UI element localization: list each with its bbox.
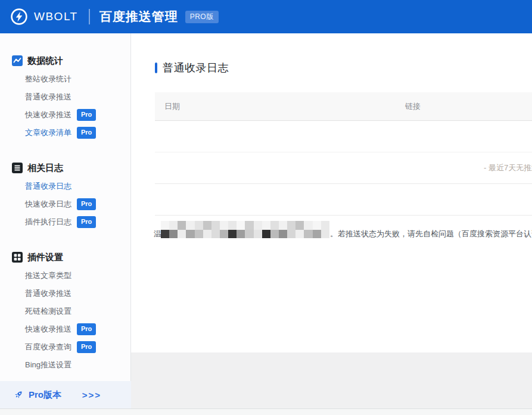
sidebar-item[interactable]: 快速收录日志Pro [0,195,130,213]
pro-badge: Pro [77,198,96,210]
chevrons-icon: >>> [82,390,101,400]
sidebar-section-title: 相关日志 [0,162,130,174]
sidebar-item[interactable]: 百度收录查询Pro [0,338,130,356]
sidebar-section-label: 数据统计 [27,55,63,67]
app-title: 百度推送管理 [99,8,178,25]
grid-icon [12,252,23,263]
table-header-row: 日期 链接 [155,92,532,121]
sidebar-item[interactable]: 死链检测设置 [0,302,130,320]
column-header-link: 链接 [405,101,421,112]
pro-version-badge: PRO版 [185,11,219,23]
table-body: - 最近7天无推送记录 - [155,121,532,216]
column-header-date: 日期 [155,101,180,112]
page-title: 普通收录日志 [163,61,229,75]
sidebar-item-label: 百度收录查询 [25,342,71,352]
sidebar-item[interactable]: 文章收录清单Pro [0,124,130,142]
sidebar-item-label: 普通收录推送 [25,288,71,299]
sidebar-item[interactable]: 整站收录统计 [0,70,130,88]
header-divider [89,9,90,24]
sidebar-item-label: 快速收录日志 [25,199,71,210]
log-icon [12,163,23,173]
section-heading: 普通收录日志 [155,61,229,74]
sidebar-item[interactable]: 普通收录推送 [0,285,130,302]
table-row [155,121,532,152]
sidebar-item-label: 普通收录日志 [25,181,71,192]
sidebar-section-title: 插件设置 [0,251,130,263]
sidebar-item[interactable]: 普通收录推送 [0,88,130,106]
footer-area [131,352,532,408]
title-accent-bar [155,63,157,73]
pro-version-label: Pro版本 [29,389,61,401]
bottom-strip [0,408,532,415]
sidebar-nav: 数据统计整站收录统计普通收录推送快速收录推送Pro文章收录清单Pro相关日志普通… [0,33,131,415]
sidebar-item-label: 快速收录推送 [25,324,71,335]
sidebar-item[interactable]: 推送文章类型 [0,267,130,285]
sidebar-section: 相关日志普通收录日志快速收录日志Pro插件执行日志Pro [0,162,130,231]
chart-icon [12,55,23,66]
sidebar-item[interactable]: Bing推送设置 [0,356,130,374]
log-table: 日期 链接 - 最近7天无推送记录 - [155,92,532,216]
baidu-push-admin-page: WBOLT 百度推送管理 PRO版 数据统计整站收录统计普通收录推送快速收录推送… [0,0,532,415]
sidebar-section-label: 插件设置 [27,252,63,263]
sidebar-item[interactable]: 快速收录推送Pro [0,320,130,338]
sidebar-item[interactable]: 插件执行日志Pro [0,213,130,231]
pro-badge: Pro [77,341,96,353]
sidebar-section: 数据统计整站收录统计普通收录推送快速收录推送Pro文章收录清单Pro [0,55,130,142]
sidebar-item-label: 推送文章类型 [25,270,71,281]
header-bar: WBOLT 百度推送管理 PRO版 [0,0,532,33]
sidebar-item[interactable]: 普通收录日志 [0,177,130,195]
sidebar-item-label: Bing推送设置 [25,360,71,370]
sidebar-item-label: 普通收录推送 [25,92,71,102]
sidebar-item-label: 插件执行日志 [25,217,71,227]
sidebar-item-label: 快速收录推送 [25,110,71,120]
pro-badge: Pro [77,127,96,139]
sidebar-item[interactable]: 快速收录推送Pro [0,106,130,124]
empty-log-message: - 最近7天无推送记录 - [484,163,532,173]
pro-badge: Pro [77,216,96,228]
sidebar-section-title: 数据统计 [0,55,130,67]
sidebar-section: 插件设置推送文章类型普通收录推送死链检测设置快速收录推送Pro百度收录查询Pro… [0,251,130,374]
table-row [155,184,532,216]
brand-name: WBOLT [34,10,78,23]
sidebar-item-label: 文章收录清单 [25,127,71,138]
main-content: 普通收录日志 日期 链接 - 最近7天无推送记录 - 温。若推送状态为失败，请先… [131,33,532,415]
redacted-mosaic [161,221,329,238]
notice-text: 温。若推送状态为失败，请先自检问题（百度搜索资源平台认证域名与网站实际 [154,229,532,239]
rocket-icon [13,389,24,400]
notice-body: 。若推送状态为失败，请先自检问题（百度搜索资源平台认证域名与网站实际 [330,229,532,238]
pro-upgrade-link[interactable]: Pro版本 >>> [0,381,131,408]
sidebar-sections: 数据统计整站收录统计普通收录推送快速收录推送Pro文章收录清单Pro相关日志普通… [0,55,130,374]
table-row: - 最近7天无推送记录 - [155,152,532,184]
sidebar-item-label: 整站收录统计 [25,74,71,85]
wbolt-bolt-icon [11,8,27,25]
sidebar-item-label: 死链检测设置 [25,306,71,317]
pro-badge: Pro [77,323,96,335]
pro-badge: Pro [77,109,96,121]
sidebar-section-label: 相关日志 [27,163,63,174]
